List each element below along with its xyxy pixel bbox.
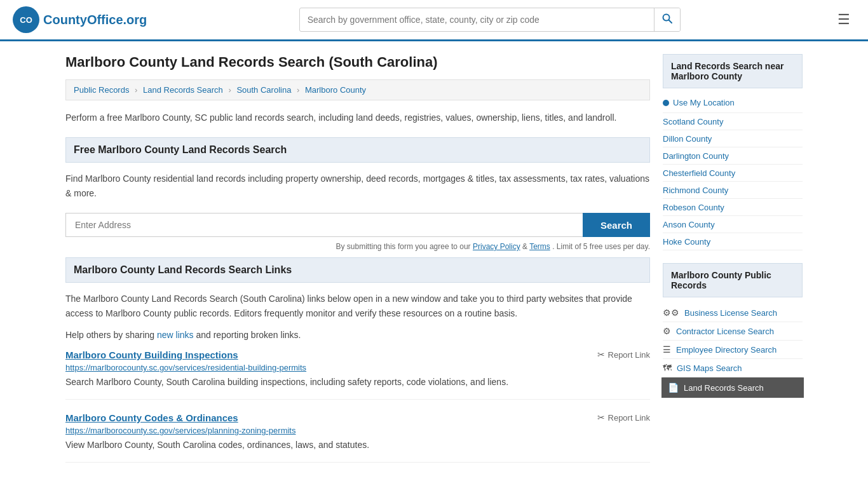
land-records-icon: 📄 <box>668 383 679 393</box>
employee-directory-item[interactable]: ☰ Employee Directory Search <box>663 341 803 359</box>
list-item: Anson County <box>663 216 803 233</box>
list-item: Scotland County <box>663 113 803 130</box>
logo[interactable]: CO CountyOffice.org <box>13 6 147 33</box>
header-search-button[interactable] <box>654 8 680 31</box>
svg-text:CO: CO <box>20 15 32 25</box>
link-title-0[interactable]: Marlboro County Building Inspections <box>65 349 238 360</box>
employee-directory-link[interactable]: Employee Directory Search <box>676 345 776 355</box>
darlington-county-link[interactable]: Darlington County <box>663 151 729 161</box>
location-dot-icon <box>663 100 669 106</box>
breadcrumb: Public Records › Land Records Search › S… <box>65 79 650 100</box>
logo-icon: CO <box>13 6 39 33</box>
dillon-county-link[interactable]: Dillon County <box>663 134 712 144</box>
report-link-0[interactable]: ✂ Report Link <box>597 349 650 360</box>
nearby-header: Land Records Search near Marlboro County <box>663 54 803 88</box>
link-desc-0: Search Marlboro County, South Carolina b… <box>65 376 650 389</box>
list-item: Hoke County <box>663 233 803 250</box>
header-search-bar[interactable] <box>299 8 681 32</box>
robeson-county-link[interactable]: Robeson County <box>663 203 724 212</box>
main-content: Marlboro County Land Records Search (Sou… <box>65 54 650 475</box>
help-text: Help others by sharing new links and rep… <box>65 328 650 342</box>
links-description: The Marlboro County Land Records Search … <box>65 292 650 320</box>
free-search-header: Free Marlboro County Land Records Search <box>65 137 650 163</box>
list-item: Robeson County <box>663 199 803 216</box>
sidebar: Land Records Search near Marlboro County… <box>663 54 803 475</box>
directory-icon: ☰ <box>663 344 671 355</box>
free-search-desc: Find Marlboro County residential land re… <box>65 172 650 200</box>
link-url-1[interactable]: https://marlborocounty.sc.gov/services/p… <box>65 426 650 435</box>
links-section-header: Marlboro County Land Records Search Link… <box>65 257 650 283</box>
link-url-0[interactable]: https://marlborocounty.sc.gov/services/r… <box>65 363 650 372</box>
report-link-1[interactable]: ✂ Report Link <box>597 412 650 423</box>
address-input[interactable] <box>65 213 583 237</box>
link-title-1[interactable]: Marlboro County Codes & Ordinances <box>65 412 238 423</box>
business-license-item[interactable]: ⚙⚙ Business License Search <box>663 304 803 322</box>
business-license-link[interactable]: Business License Search <box>684 308 777 318</box>
contractor-license-item[interactable]: ⚙ Contractor License Search <box>663 322 803 341</box>
richmond-county-link[interactable]: Richmond County <box>663 186 728 195</box>
list-item: Darlington County <box>663 147 803 165</box>
header-search-input[interactable] <box>300 10 654 30</box>
report-icon-0: ✂ <box>597 349 605 360</box>
breadcrumb-land-records-search[interactable]: Land Records Search <box>143 85 223 95</box>
address-search-row: Search <box>65 213 650 237</box>
breadcrumb-marlboro-county[interactable]: Marlboro County <box>305 85 366 95</box>
header-menu-button[interactable]: ☰ <box>832 9 855 30</box>
privacy-policy-link[interactable]: Privacy Policy <box>473 242 520 251</box>
contractor-license-link[interactable]: Contractor License Search <box>676 327 774 336</box>
page-title: Marlboro County Land Records Search (Sou… <box>65 54 650 71</box>
breadcrumb-public-records[interactable]: Public Records <box>74 85 129 95</box>
breadcrumb-south-carolina[interactable]: South Carolina <box>236 85 291 95</box>
scotland-county-link[interactable]: Scotland County <box>663 117 723 126</box>
public-records-section: Marlboro County Public Records ⚙⚙ Busine… <box>663 263 803 398</box>
logo-text: CountyOffice.org <box>43 13 147 27</box>
page-description: Perform a free Marlboro County, SC publi… <box>65 111 650 125</box>
anson-county-link[interactable]: Anson County <box>663 220 715 229</box>
search-button[interactable]: Search <box>583 213 650 237</box>
link-desc-1: View Marlboro County, South Carolina cod… <box>65 438 650 452</box>
land-records-item[interactable]: 📄 Land Records Search <box>661 377 804 398</box>
address-search-area: Search By submitting this form you agree… <box>65 213 650 251</box>
new-links-link[interactable]: new links <box>157 330 194 340</box>
svg-line-3 <box>668 20 672 24</box>
list-item: Dillon County <box>663 130 803 147</box>
gis-maps-link[interactable]: GIS Maps Search <box>677 363 742 373</box>
use-location[interactable]: Use My Location <box>663 95 803 113</box>
report-icon-1: ✂ <box>597 412 605 423</box>
map-icon: 🗺 <box>663 363 672 373</box>
terms-link[interactable]: Terms <box>529 242 550 251</box>
link-item-1: Marlboro County Codes & Ordinances ✂ Rep… <box>65 412 650 463</box>
form-notice: By submitting this form you agree to our… <box>65 242 650 251</box>
hoke-county-link[interactable]: Hoke County <box>663 237 710 247</box>
gis-maps-item[interactable]: 🗺 GIS Maps Search <box>663 359 803 377</box>
land-records-link[interactable]: Land Records Search <box>684 383 764 393</box>
list-item: Richmond County <box>663 182 803 199</box>
chesterfield-county-link[interactable]: Chesterfield County <box>663 168 735 178</box>
public-records-header: Marlboro County Public Records <box>663 263 803 297</box>
use-my-location-link[interactable]: Use My Location <box>673 98 735 107</box>
list-item: Chesterfield County <box>663 165 803 182</box>
gear-icon: ⚙⚙ <box>663 308 679 318</box>
nearby-county-list: Scotland County Dillon County Darlington… <box>663 113 803 250</box>
nearby-counties-section: Land Records Search near Marlboro County… <box>663 54 803 250</box>
gear-icon: ⚙ <box>663 326 671 336</box>
link-item-0: Marlboro County Building Inspections ✂ R… <box>65 349 650 400</box>
